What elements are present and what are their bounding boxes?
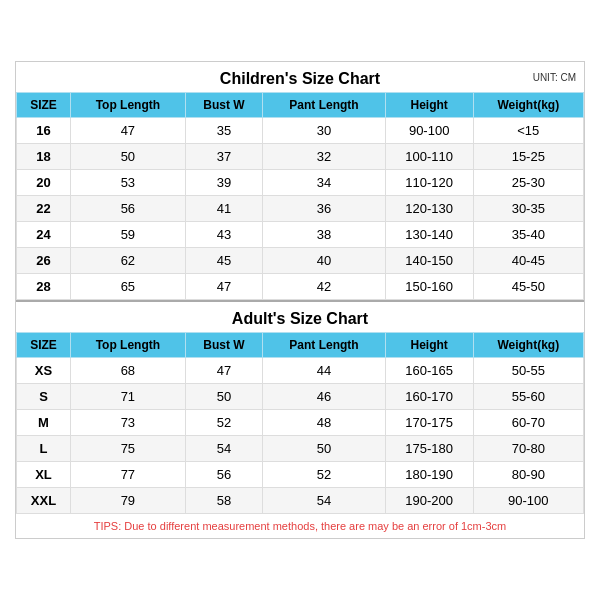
- table-cell: 50-55: [473, 358, 583, 384]
- table-cell: 180-190: [385, 462, 473, 488]
- table-cell: 50: [263, 436, 386, 462]
- table-cell: 130-140: [385, 222, 473, 248]
- table-cell: 45-50: [473, 274, 583, 300]
- table-cell: 60-70: [473, 410, 583, 436]
- table-cell: 80-90: [473, 462, 583, 488]
- table-cell: 53: [71, 170, 186, 196]
- children-col-pantlength: Pant Length: [263, 93, 386, 118]
- table-cell: 35: [185, 118, 263, 144]
- table-cell: 50: [71, 144, 186, 170]
- table-cell: 52: [185, 410, 263, 436]
- table-cell: S: [17, 384, 71, 410]
- adult-table: SIZE Top Length Bust W Pant Length Heigh…: [16, 332, 584, 514]
- table-cell: 58: [185, 488, 263, 514]
- table-cell: 73: [71, 410, 186, 436]
- table-cell: 62: [71, 248, 186, 274]
- table-cell: 68: [71, 358, 186, 384]
- adult-col-toplength: Top Length: [71, 333, 186, 358]
- table-cell: 65: [71, 274, 186, 300]
- table-cell: 90-100: [473, 488, 583, 514]
- table-row: 1647353090-100<15: [17, 118, 584, 144]
- table-cell: 16: [17, 118, 71, 144]
- table-cell: 28: [17, 274, 71, 300]
- unit-label: UNIT: CM: [533, 72, 576, 83]
- adult-header-row: SIZE Top Length Bust W Pant Length Heigh…: [17, 333, 584, 358]
- table-cell: 140-150: [385, 248, 473, 274]
- tips-text: TIPS: Due to different measurement metho…: [16, 514, 584, 538]
- adult-col-height: Height: [385, 333, 473, 358]
- children-col-size: SIZE: [17, 93, 71, 118]
- table-cell: 40: [263, 248, 386, 274]
- table-cell: 77: [71, 462, 186, 488]
- table-cell: 35-40: [473, 222, 583, 248]
- table-cell: 56: [71, 196, 186, 222]
- table-cell: 42: [263, 274, 386, 300]
- adult-col-bustw: Bust W: [185, 333, 263, 358]
- table-row: XS684744160-16550-55: [17, 358, 584, 384]
- table-row: 18503732100-11015-25: [17, 144, 584, 170]
- adult-title: Adult's Size Chart: [16, 300, 584, 332]
- table-cell: 70-80: [473, 436, 583, 462]
- table-cell: 100-110: [385, 144, 473, 170]
- table-cell: 160-165: [385, 358, 473, 384]
- table-cell: 43: [185, 222, 263, 248]
- table-cell: 44: [263, 358, 386, 384]
- table-cell: XXL: [17, 488, 71, 514]
- table-cell: 90-100: [385, 118, 473, 144]
- adult-col-weight: Weight(kg): [473, 333, 583, 358]
- table-cell: 56: [185, 462, 263, 488]
- children-header-row: SIZE Top Length Bust W Pant Length Heigh…: [17, 93, 584, 118]
- table-cell: XS: [17, 358, 71, 384]
- chart-container: Children's Size Chart UNIT: CM SIZE Top …: [15, 61, 585, 539]
- table-cell: 54: [263, 488, 386, 514]
- adult-col-pantlength: Pant Length: [263, 333, 386, 358]
- children-col-toplength: Top Length: [71, 93, 186, 118]
- table-row: 26624540140-15040-45: [17, 248, 584, 274]
- table-cell: 52: [263, 462, 386, 488]
- table-cell: 120-130: [385, 196, 473, 222]
- adult-col-size: SIZE: [17, 333, 71, 358]
- table-cell: 160-170: [385, 384, 473, 410]
- table-cell: 50: [185, 384, 263, 410]
- table-row: S715046160-17055-60: [17, 384, 584, 410]
- children-col-height: Height: [385, 93, 473, 118]
- table-cell: 54: [185, 436, 263, 462]
- table-cell: 47: [185, 358, 263, 384]
- table-cell: 39: [185, 170, 263, 196]
- table-cell: 170-175: [385, 410, 473, 436]
- table-cell: 24: [17, 222, 71, 248]
- table-cell: 71: [71, 384, 186, 410]
- table-cell: 22: [17, 196, 71, 222]
- table-cell: XL: [17, 462, 71, 488]
- table-cell: 190-200: [385, 488, 473, 514]
- children-col-bustw: Bust W: [185, 93, 263, 118]
- table-cell: 37: [185, 144, 263, 170]
- table-cell: M: [17, 410, 71, 436]
- table-cell: 150-160: [385, 274, 473, 300]
- table-cell: 30-35: [473, 196, 583, 222]
- children-title-text: Children's Size Chart: [220, 70, 380, 87]
- table-cell: 26: [17, 248, 71, 274]
- table-row: 24594338130-14035-40: [17, 222, 584, 248]
- table-cell: 36: [263, 196, 386, 222]
- table-row: XL775652180-19080-90: [17, 462, 584, 488]
- table-cell: 20: [17, 170, 71, 196]
- table-cell: 48: [263, 410, 386, 436]
- table-row: 20533934110-12025-30: [17, 170, 584, 196]
- table-cell: 59: [71, 222, 186, 248]
- table-cell: 175-180: [385, 436, 473, 462]
- table-cell: 75: [71, 436, 186, 462]
- table-cell: 34: [263, 170, 386, 196]
- table-cell: 15-25: [473, 144, 583, 170]
- table-cell: 38: [263, 222, 386, 248]
- table-row: 28654742150-16045-50: [17, 274, 584, 300]
- adult-tbody: XS684744160-16550-55S715046160-17055-60M…: [17, 358, 584, 514]
- table-cell: 47: [185, 274, 263, 300]
- table-cell: 32: [263, 144, 386, 170]
- table-cell: 55-60: [473, 384, 583, 410]
- children-tbody: 1647353090-100<1518503732100-11015-25205…: [17, 118, 584, 300]
- table-cell: 45: [185, 248, 263, 274]
- table-cell: 41: [185, 196, 263, 222]
- table-cell: 25-30: [473, 170, 583, 196]
- table-cell: 110-120: [385, 170, 473, 196]
